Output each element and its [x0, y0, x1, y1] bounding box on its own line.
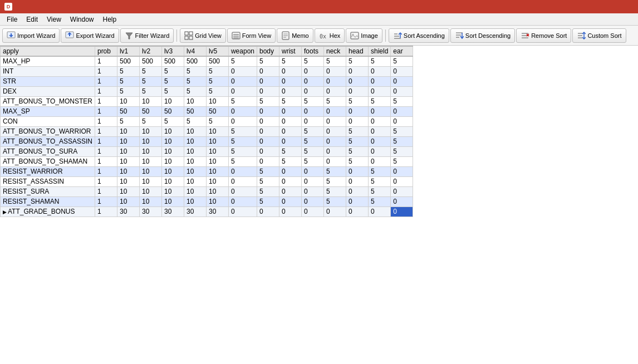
table-cell[interactable]: CON — [1, 116, 95, 126]
table-cell[interactable]: 10 — [206, 136, 228, 146]
table-cell[interactable]: 5 — [206, 66, 228, 76]
table-cell[interactable]: 0 — [324, 146, 346, 156]
table-cell[interactable]: 5 — [391, 126, 413, 136]
table-cell[interactable]: 5 — [206, 76, 228, 86]
table-cell[interactable]: 50 — [117, 106, 139, 116]
table-cell[interactable]: 10 — [117, 186, 139, 196]
table-cell[interactable]: 0 — [369, 66, 391, 76]
table-cell[interactable]: 10 — [117, 176, 139, 186]
table-cell[interactable]: 5 — [257, 56, 279, 66]
table-cell[interactable]: 0 — [279, 166, 302, 176]
table-cell[interactable]: 10 — [184, 136, 206, 146]
table-cell[interactable]: 5 — [139, 76, 161, 86]
table-cell[interactable]: 0 — [302, 76, 324, 86]
column-header-ear[interactable]: ear — [391, 46, 413, 56]
table-cell[interactable]: 0 — [228, 176, 257, 186]
table-cell[interactable]: 5 — [228, 156, 257, 166]
remove-sort-button[interactable]: Remove Sort — [516, 28, 571, 43]
table-cell[interactable]: 0 — [369, 136, 391, 146]
table-cell[interactable]: 0 — [257, 66, 279, 76]
table-cell[interactable]: 0 — [369, 146, 391, 156]
table-cell[interactable]: 1 — [95, 176, 117, 186]
table-cell[interactable]: 0 — [279, 86, 302, 96]
table-cell[interactable]: 10 — [117, 126, 139, 136]
table-cell[interactable]: 0 — [324, 126, 346, 136]
table-cell[interactable]: 1 — [95, 86, 117, 96]
table-cell[interactable]: 10 — [161, 156, 184, 166]
table-cell[interactable]: 0 — [279, 176, 302, 186]
table-cell[interactable]: RESIST_ASSASSIN — [1, 176, 95, 186]
column-header-apply[interactable]: apply — [1, 46, 95, 56]
table-cell[interactable]: 0 — [302, 196, 324, 206]
table-cell[interactable]: 0 — [391, 196, 413, 206]
table-cell[interactable]: 5 — [391, 136, 413, 146]
table-cell[interactable]: 5 — [184, 86, 206, 96]
table-cell[interactable]: 10 — [161, 126, 184, 136]
column-header-lv5[interactable]: lv5 — [206, 46, 228, 56]
table-cell[interactable]: 1 — [95, 186, 117, 196]
table-cell[interactable]: 0 — [324, 86, 346, 96]
menu-item-window[interactable]: Window — [66, 14, 99, 24]
column-header-shield[interactable]: shield — [369, 46, 391, 56]
table-cell[interactable]: 1 — [95, 156, 117, 166]
table-cell[interactable]: 0 — [228, 66, 257, 76]
table-cell[interactable]: 1 — [95, 206, 117, 217]
table-cell[interactable]: 10 — [117, 196, 139, 206]
table-cell[interactable]: 0 — [279, 126, 302, 136]
table-cell[interactable]: 0 — [257, 126, 279, 136]
table-cell[interactable]: 0 — [302, 106, 324, 116]
column-header-lv3[interactable]: lv3 — [161, 46, 184, 56]
table-cell[interactable]: 0 — [324, 76, 346, 86]
image-button[interactable]: Image — [346, 28, 382, 43]
table-cell[interactable]: 5 — [324, 56, 346, 66]
table-cell[interactable]: 0 — [257, 156, 279, 166]
table-cell[interactable]: 0 — [279, 106, 302, 116]
table-cell[interactable]: 0 — [279, 66, 302, 76]
memo-button[interactable]: Memo — [277, 28, 313, 43]
table-cell[interactable]: 5 — [161, 66, 184, 76]
table-cell[interactable]: 5 — [228, 96, 257, 106]
table-cell[interactable]: 1 — [95, 136, 117, 146]
table-cell[interactable]: 5 — [206, 86, 228, 96]
table-cell[interactable]: ATT_BONUS_TO_WARRIOR — [1, 126, 95, 136]
table-cell[interactable]: 0 — [391, 66, 413, 76]
table-cell[interactable]: 0 — [279, 206, 302, 217]
table-cell[interactable]: 5 — [369, 56, 391, 66]
table-cell[interactable]: 10 — [117, 96, 139, 106]
grid-view-button[interactable]: Grid View — [180, 28, 225, 43]
menu-item-file[interactable]: File — [2, 14, 22, 24]
table-cell[interactable]: 10 — [139, 136, 161, 146]
table-cell[interactable]: 10 — [139, 126, 161, 136]
table-cell[interactable]: 5 — [346, 136, 369, 146]
table-cell[interactable]: 30 — [184, 206, 206, 217]
table-cell[interactable]: 5 — [324, 176, 346, 186]
table-cell[interactable]: 10 — [161, 96, 184, 106]
table-cell[interactable]: 0 — [228, 106, 257, 116]
table-cell[interactable]: 0 — [228, 166, 257, 176]
sort-desc-button[interactable]: Sort Descending — [450, 28, 515, 43]
column-header-neck[interactable]: neck — [324, 46, 346, 56]
table-cell[interactable]: 5 — [228, 136, 257, 146]
table-cell[interactable]: 5 — [279, 146, 302, 156]
menu-item-help[interactable]: Help — [99, 14, 121, 24]
table-cell[interactable]: 1 — [95, 106, 117, 116]
table-cell[interactable]: 5 — [302, 146, 324, 156]
table-cell[interactable]: 0 — [228, 206, 257, 217]
table-cell[interactable]: 10 — [161, 196, 184, 206]
table-cell[interactable]: 10 — [139, 156, 161, 166]
table-cell[interactable]: 0 — [228, 116, 257, 126]
table-cell[interactable]: 5 — [324, 196, 346, 206]
table-cell[interactable]: INT — [1, 66, 95, 76]
table-cell[interactable]: 0 — [302, 186, 324, 196]
table-cell[interactable]: 10 — [206, 166, 228, 176]
table-cell[interactable]: 10 — [184, 166, 206, 176]
table-cell[interactable]: 0 — [346, 66, 369, 76]
table-cell[interactable]: 0 — [257, 76, 279, 86]
form-view-button[interactable]: Form View — [227, 28, 276, 43]
table-cell[interactable]: 10 — [206, 196, 228, 206]
table-cell[interactable]: 5 — [206, 116, 228, 126]
table-cell[interactable]: 1 — [95, 166, 117, 176]
export-wizard-button[interactable]: Export Wizard — [61, 28, 119, 43]
table-cell[interactable]: 0 — [324, 66, 346, 76]
table-cell[interactable]: 10 — [206, 176, 228, 186]
